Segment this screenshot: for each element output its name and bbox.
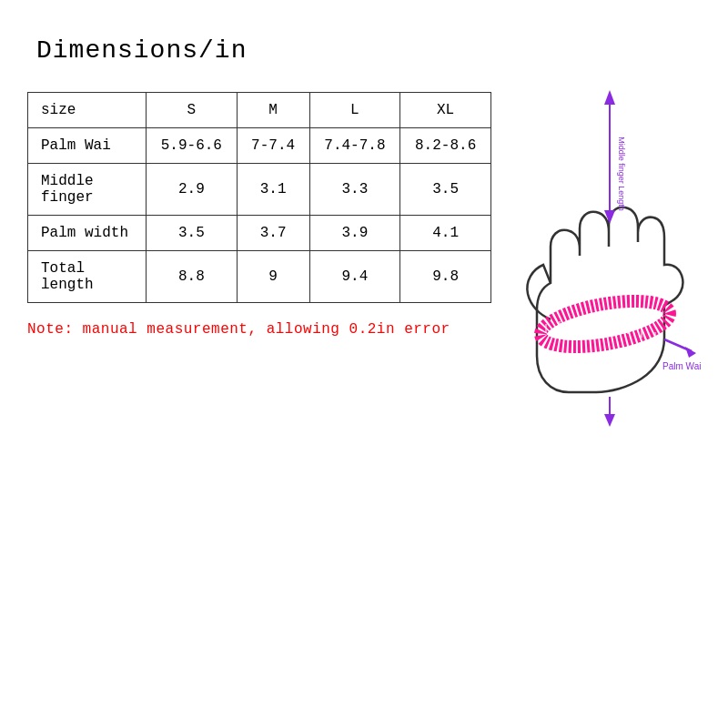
table-cell: Palm width: [28, 216, 147, 251]
svg-marker-19: [604, 414, 615, 427]
page: Dimensions/in sizeSMLXLPalm Wai5.9-6.67-…: [0, 0, 728, 728]
table-cell: Total length: [28, 251, 147, 303]
table-header: S: [147, 93, 238, 128]
table-cell: 8.2-8.6: [400, 128, 491, 164]
table-cell: 9: [237, 251, 309, 303]
table-row: Total length8.899.49.8: [28, 251, 491, 303]
svg-marker-1: [604, 90, 615, 105]
table-cell: 2.9: [147, 164, 238, 216]
table-header: size: [28, 93, 147, 128]
table-cell: 3.7: [237, 216, 309, 251]
svg-marker-16: [685, 347, 696, 358]
diagram-section: Middle finger Length: [510, 83, 701, 429]
table-row: Middle finger2.93.13.33.5: [28, 164, 491, 216]
table-cell: 9.8: [400, 251, 491, 303]
table-cell: 7.4-7.8: [309, 128, 400, 164]
table-cell: Palm Wai: [28, 128, 147, 164]
table-cell: 3.1: [237, 164, 309, 216]
table-row: Palm width3.53.73.94.1: [28, 216, 491, 251]
table-header: XL: [400, 93, 491, 128]
table-cell: 3.5: [147, 216, 238, 251]
table-cell: 3.3: [309, 164, 400, 216]
table-cell: 3.9: [309, 216, 400, 251]
table-cell: 9.4: [309, 251, 400, 303]
table-cell: Middle finger: [28, 164, 147, 216]
table-cell: 3.5: [400, 164, 491, 216]
dimensions-table: sizeSMLXLPalm Wai5.9-6.67-7.47.4-7.88.2-…: [27, 92, 491, 303]
table-row: Palm Wai5.9-6.67-7.47.4-7.88.2-8.6: [28, 128, 491, 164]
table-cell: 7-7.4: [237, 128, 309, 164]
page-title: Dimensions/in: [36, 36, 701, 65]
table-section: sizeSMLXLPalm Wai5.9-6.67-7.47.4-7.88.2-…: [27, 92, 491, 338]
svg-text:Middle finger Length: Middle finger Length: [617, 136, 626, 211]
table-header: L: [309, 93, 400, 128]
svg-point-4: [537, 293, 672, 355]
hand-diagram: Middle finger Length: [510, 83, 719, 429]
table-cell: 5.9-6.6: [147, 128, 238, 164]
content-area: sizeSMLXLPalm Wai5.9-6.67-7.47.4-7.88.2-…: [27, 92, 701, 429]
note-text: Note: manual measurement, allowing 0.2in…: [27, 321, 491, 338]
table-cell: 8.8: [147, 251, 238, 303]
table-cell: 4.1: [400, 216, 491, 251]
table-header: M: [237, 93, 309, 128]
svg-text:Palm Wai: Palm Wai: [662, 361, 701, 371]
